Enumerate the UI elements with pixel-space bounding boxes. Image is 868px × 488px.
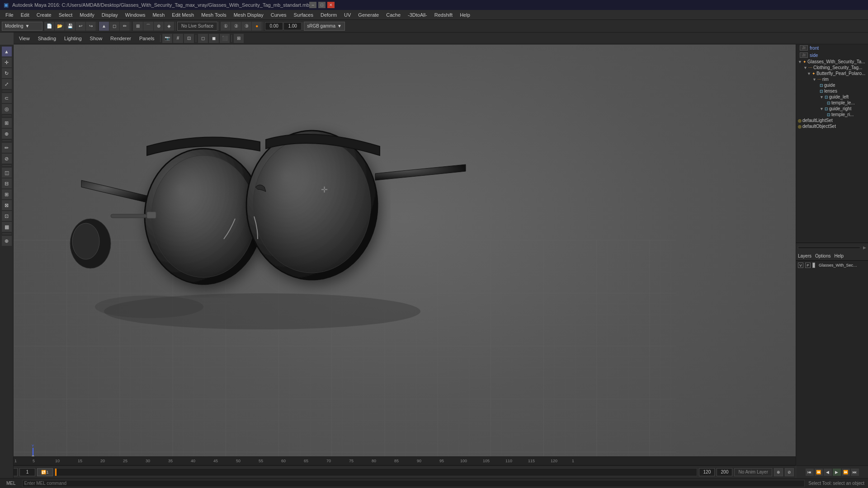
paint-btn[interactable]: ✏ <box>2 143 12 153</box>
redo-button[interactable]: ↪ <box>86 22 96 31</box>
play-back-btn[interactable]: ◀ <box>824 469 832 476</box>
expand-guide-left[interactable]: ▼ <box>820 95 824 99</box>
menu-curves[interactable]: Curves <box>267 11 290 19</box>
tree-guide-right[interactable]: ▼ ⊡ guide_right <box>796 106 868 112</box>
tree-butterfly[interactable]: ▼ ✦ Butterfly_Pearl_Polaro... <box>796 70 868 76</box>
expand-rim[interactable]: ▼ <box>812 77 816 82</box>
tree-temple-ri[interactable]: ⊡ temple_ri... <box>796 112 868 117</box>
lasso-tool[interactable]: ◻ <box>109 22 119 31</box>
step-back-btn[interactable]: ⏪ <box>815 469 823 476</box>
loop-indicator[interactable]: 🔁1 <box>37 468 53 476</box>
sec-shading[interactable]: Shading <box>34 35 60 42</box>
layer-v[interactable]: V <box>798 263 803 268</box>
outliner-scrollbar[interactable] <box>798 246 860 249</box>
sculpt-btn[interactable]: ⊘ <box>2 154 12 164</box>
anim-icon1[interactable]: ⊕ <box>774 468 783 476</box>
grid-btn[interactable]: # <box>173 34 183 43</box>
viewport[interactable]: ✛ persp Y X Z <box>14 45 796 478</box>
layers-btn[interactable]: Layers <box>798 253 811 258</box>
viewport-extra[interactable]: ⊞ <box>234 34 244 43</box>
new-button[interactable]: 📄 <box>44 22 54 31</box>
tree-rim[interactable]: ▼ ⋯ rim <box>796 76 868 82</box>
start-frame-input[interactable] <box>19 468 35 476</box>
select-tool[interactable]: ▲ <box>99 22 109 31</box>
step-fwd-btn[interactable]: ⏩ <box>842 469 850 476</box>
timeline-scrubber[interactable] <box>55 468 697 476</box>
tree-lenses[interactable]: ⊡ lenses <box>796 88 868 94</box>
cam-btn[interactable]: 📷 <box>162 34 172 43</box>
rotate-tool[interactable]: ↻ <box>2 68 12 78</box>
snap-curve[interactable]: ⌒ <box>143 22 153 31</box>
lasso-select[interactable]: ⊂ <box>2 93 12 103</box>
tree-temple-le[interactable]: ⊡ temple_le... <box>796 100 868 106</box>
minimize-button[interactable]: – <box>309 2 316 8</box>
layout5-btn[interactable]: ⊡ <box>2 211 12 221</box>
select-tool-btn[interactable]: ▲ <box>2 47 12 56</box>
menu-create[interactable]: Create <box>33 11 55 19</box>
display-2[interactable]: ② <box>231 22 241 31</box>
extra-btn[interactable]: ⊕ <box>2 236 12 246</box>
sec-panels[interactable]: Panels <box>136 35 158 42</box>
value1-input[interactable] <box>265 22 283 30</box>
close-button[interactable]: ✕ <box>327 2 335 8</box>
menu-redshift[interactable]: Redshift <box>431 11 456 19</box>
sec-lighting[interactable]: Lighting <box>61 35 85 42</box>
snap-grid[interactable]: ⊞ <box>133 22 143 31</box>
menu-generate[interactable]: Generate <box>354 11 382 19</box>
save-button[interactable]: 💾 <box>65 22 75 31</box>
tree-default-object-set[interactable]: ◎ defaultObjectSet <box>796 123 868 129</box>
sec-renderer[interactable]: Renderer <box>107 35 135 42</box>
hud-btn[interactable]: ⊡ <box>184 34 194 43</box>
snap-surface[interactable]: ◈ <box>164 22 174 31</box>
no-live-surface[interactable]: No Live Surface <box>177 22 217 31</box>
menu-surfaces[interactable]: Surfaces <box>290 11 317 19</box>
scale-tool[interactable]: ⤢ <box>2 79 12 89</box>
show-manip[interactable]: ⊕ <box>2 129 12 139</box>
layout3-btn[interactable]: ⊞ <box>2 189 12 199</box>
layout-btn[interactable]: ◫ <box>2 168 12 178</box>
layout2-btn[interactable]: ⊟ <box>2 178 12 188</box>
expand-guide-right[interactable]: ▼ <box>820 107 824 111</box>
command-input[interactable] <box>22 480 805 487</box>
menu-cache[interactable]: Cache <box>382 11 404 19</box>
soft-select[interactable]: ◎ <box>2 104 12 114</box>
expand-root[interactable]: ▼ <box>798 60 802 64</box>
end-frame-input[interactable] <box>699 468 715 476</box>
wireframe-btn[interactable]: ◻ <box>198 34 208 43</box>
no-anim-layer[interactable]: No Anim Layer <box>734 468 772 476</box>
menu-mesh-display[interactable]: Mesh Display <box>230 11 267 19</box>
play-btn[interactable]: ▶ <box>833 469 841 476</box>
value2-input[interactable] <box>283 22 302 30</box>
display-3[interactable]: ③ <box>241 22 251 31</box>
menu-mesh[interactable]: Mesh <box>149 11 168 19</box>
anim-icon2[interactable]: ⊘ <box>785 468 794 476</box>
tree-item-side[interactable]: 🎥 side <box>796 52 868 59</box>
snap-view[interactable]: ⊞ <box>2 118 12 128</box>
menu-3dto[interactable]: -3DtoAll- <box>404 11 431 19</box>
menu-select[interactable]: Select <box>55 11 76 19</box>
display-1[interactable]: ① <box>221 22 231 31</box>
colorspace-selector[interactable]: sRGB gamma ▼ <box>304 22 345 31</box>
tree-guide[interactable]: ⊡ guide <box>796 82 868 88</box>
menu-windows[interactable]: Windows <box>122 11 149 19</box>
options-btn[interactable]: Options <box>815 253 830 258</box>
range-end-input[interactable] <box>717 468 732 476</box>
go-start-btn[interactable]: ⏮ <box>806 469 814 476</box>
layers-help-btn[interactable]: Help <box>834 253 844 258</box>
tree-guide-left[interactable]: ▼ ⊡ guide_left <box>796 94 868 100</box>
tree-item-front[interactable]: 🎥 front <box>796 44 868 52</box>
layout6-btn[interactable]: ▦ <box>2 222 12 232</box>
menu-edit-mesh[interactable]: Edit Mesh <box>168 11 198 19</box>
menu-help[interactable]: Help <box>456 11 474 19</box>
mode-selector[interactable]: Modeling ▼ <box>2 22 42 31</box>
menu-edit[interactable]: Edit <box>17 11 33 19</box>
snap-point[interactable]: ⊕ <box>154 22 164 31</box>
menu-file[interactable]: File <box>2 11 17 19</box>
outliner-tree[interactable]: 🎥 persp 🎥 top 🎥 front 🎥 side ▼ ✦ Glasses… <box>796 29 868 243</box>
layer-p[interactable]: P <box>805 263 811 268</box>
tree-clothing[interactable]: ▼ ⋯ Clothing_Security_Tag... <box>796 65 868 70</box>
menu-modify[interactable]: Modify <box>76 11 98 19</box>
tree-default-light-set[interactable]: ◎ defaultLightSet <box>796 117 868 123</box>
paint-tool[interactable]: ✏ <box>120 22 130 31</box>
menu-mesh-tools[interactable]: Mesh Tools <box>198 11 230 19</box>
